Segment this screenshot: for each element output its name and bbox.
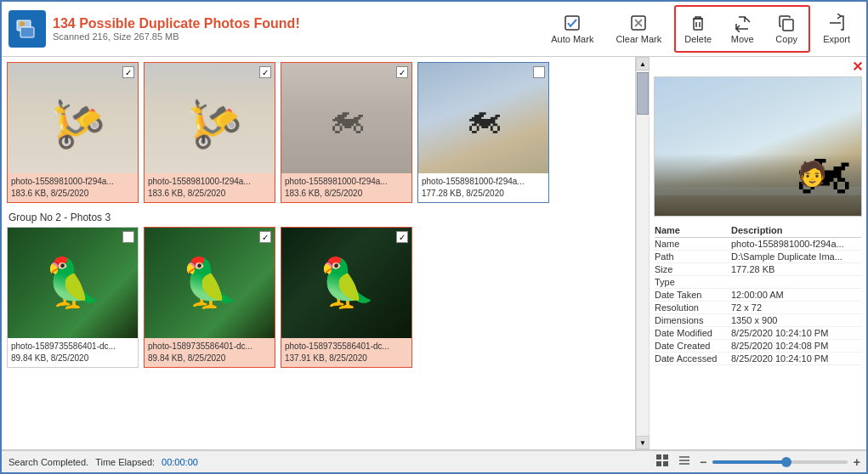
info-table: Name Description Name photo-1558981000-f… [650, 220, 866, 449]
info-row-type: Type [655, 276, 861, 289]
photo-checkbox[interactable]: ✓ [396, 231, 408, 243]
photo-panel: ✓ photo-1558981000-f294a... 183.6 KB, 8/… [2, 57, 636, 449]
photo-size: 183.6 KB, 8/25/2020 [148, 188, 271, 200]
info-row-name: Name photo-1558981000-f294a... [655, 238, 861, 251]
group-header: Group No 2 - Photos 3 [7, 208, 630, 227]
photo-info: photo-1589735586401-dc... 137.91 KB, 8/2… [281, 338, 411, 367]
photo-thumb [8, 228, 138, 338]
photo-name: photo-1558981000-f294a... [422, 176, 545, 188]
app-logo [9, 10, 46, 48]
photo-checkbox[interactable]: ✓ [396, 66, 408, 78]
svg-rect-14 [663, 454, 668, 460]
photo-info: photo-1589735586401-dc... 89.84 KB, 8/25… [145, 338, 275, 367]
photo-info: photo-1589735586401-dc... 89.84 KB, 8/25… [8, 338, 138, 367]
list-item[interactable]: photo-1558981000-f294a... 177.28 KB, 8/2… [417, 62, 549, 203]
preview-controls: − + [650, 450, 866, 472]
info-row-datecreated: Date Created 8/25/2020 10:24:08 PM [655, 340, 861, 353]
scroll-down-button[interactable]: ▼ [636, 436, 650, 449]
elapsed-label: Time Elapsed: [95, 457, 155, 467]
list-item[interactable]: ✓ photo-1558981000-f294a... 183.6 KB, 8/… [144, 62, 275, 203]
zoom-slider[interactable] [712, 460, 848, 464]
photo-thumb: ✓ [145, 63, 275, 173]
clearmark-button[interactable]: Clear Mark [606, 7, 671, 51]
status-bar: Search Completed. Time Elapsed: 00:00:00 [2, 450, 650, 472]
elapsed-value: 00:00:00 [162, 457, 198, 467]
status-text: Search Completed. [9, 457, 88, 467]
photo-thumb [418, 63, 548, 173]
info-row-size: Size 177.28 KB [655, 263, 861, 276]
photo-checkbox[interactable]: ✓ [122, 66, 134, 78]
svg-rect-4 [565, 16, 579, 30]
export-button[interactable]: Export [814, 7, 859, 51]
photo-name: photo-1558981000-f294a... [11, 176, 134, 188]
delete-button[interactable]: Delete [676, 7, 720, 51]
thumbnail-view-button[interactable] [653, 453, 672, 471]
header-title: 134 Possible Duplicate Photos Found! [53, 16, 535, 31]
photo-thumb: ✓ [8, 63, 138, 173]
svg-rect-13 [656, 454, 661, 460]
info-row-datetaken: Date Taken 12:00:00 AM [655, 289, 861, 302]
preview-image: 🏍 🧑 [654, 76, 862, 217]
svg-rect-11 [783, 20, 793, 31]
preview-rider-icon: 🧑 [797, 162, 827, 186]
photo-name: photo-1589735586401-dc... [148, 341, 271, 353]
header-subtitle: Scanned 216, Size 267.85 MB [53, 31, 535, 42]
photo-name: photo-1558981000-f294a... [148, 176, 271, 188]
svg-rect-15 [656, 461, 661, 466]
automark-button[interactable]: Auto Mark [542, 7, 603, 51]
photo-size: 183.6 KB, 8/25/2020 [11, 188, 134, 200]
photo-name: photo-1558981000-f294a... [285, 176, 408, 188]
photo-info: photo-1558981000-f294a... 177.28 KB, 8/2… [418, 173, 548, 202]
photo-size: 177.28 KB, 8/25/2020 [422, 188, 545, 200]
photo-name: photo-1589735586401-dc... [285, 341, 408, 353]
info-row-datemodified: Date Modified 8/25/2020 10:24:10 PM [655, 327, 861, 340]
photo-checkbox[interactable] [533, 66, 545, 78]
zoom-minus-button[interactable]: − [697, 454, 709, 470]
list-view-button[interactable] [675, 453, 694, 471]
info-row-dateaccessed: Date Accessed 8/25/2020 10:24:10 PM [655, 353, 861, 365]
toolbar: Auto Mark Clear Mark [542, 5, 859, 53]
info-row-resolution: Resolution 72 x 72 [655, 302, 861, 314]
photo-thumb: ✓ [145, 228, 275, 338]
photo-info: photo-1558981000-f294a... 183.6 KB, 8/25… [8, 173, 138, 202]
info-row-path: Path D:\Sample Duplicate Ima... [655, 251, 861, 263]
photo-checkbox[interactable]: ✓ [259, 231, 271, 243]
preview-close-bar: ✕ [650, 57, 866, 76]
highlighted-toolbar-group: Delete Move Copy [674, 5, 810, 53]
info-table-header: Name Description [655, 223, 861, 238]
photo-info: photo-1558981000-f294a... 183.6 KB, 8/25… [281, 173, 411, 202]
header-title-area: 134 Possible Duplicate Photos Found! Sca… [53, 16, 535, 42]
photo-size: 137.91 KB, 8/25/2020 [285, 353, 408, 364]
bottom-footer: Search Completed. Time Elapsed: 00:00:00 [2, 449, 866, 472]
photo-thumb: ✓ [281, 63, 411, 173]
scroll-up-button[interactable]: ▲ [636, 57, 650, 71]
photo-size: 183.6 KB, 8/25/2020 [285, 188, 408, 200]
photo-size: 89.84 KB, 8/25/2020 [11, 353, 134, 364]
main-content: ✓ photo-1558981000-f294a... 183.6 KB, 8/… [2, 57, 866, 449]
photo-info: photo-1558981000-f294a... 183.6 KB, 8/25… [145, 173, 275, 202]
svg-rect-2 [20, 27, 34, 37]
list-item[interactable]: photo-1589735586401-dc... 89.84 KB, 8/25… [7, 227, 139, 368]
photo-name: photo-1589735586401-dc... [11, 341, 134, 353]
scroll-thumb[interactable] [637, 72, 649, 115]
preview-close-button[interactable]: ✕ [852, 59, 863, 74]
photo-scroll-area[interactable]: ✓ photo-1558981000-f294a... 183.6 KB, 8/… [2, 57, 635, 449]
app-window: 134 Possible Duplicate Photos Found! Sca… [0, 0, 868, 474]
svg-rect-8 [694, 19, 702, 30]
photo-checkbox[interactable]: ✓ [259, 66, 271, 78]
list-item[interactable]: ✓ photo-1558981000-f294a... 183.6 KB, 8/… [281, 62, 412, 203]
list-item[interactable]: ✓ photo-1589735586401-dc... 137.91 KB, 8… [281, 227, 412, 368]
preview-panel: ✕ 🏍 🧑 Name Description Name photo-155898… [650, 57, 866, 449]
photo-group-1: ✓ photo-1558981000-f294a... 183.6 KB, 8/… [7, 62, 630, 203]
zoom-plus-button[interactable]: + [851, 454, 863, 470]
list-item[interactable]: ✓ photo-1589735586401-dc... 89.84 KB, 8/… [144, 227, 275, 368]
move-button[interactable]: Move [720, 7, 764, 51]
vertical-scrollbar[interactable]: ▲ ▼ [636, 57, 650, 449]
photo-size: 89.84 KB, 8/25/2020 [148, 353, 271, 364]
svg-point-3 [20, 21, 25, 26]
photo-checkbox[interactable] [122, 231, 134, 243]
photo-group-2: photo-1589735586401-dc... 89.84 KB, 8/25… [7, 227, 630, 368]
list-item[interactable]: ✓ photo-1558981000-f294a... 183.6 KB, 8/… [7, 62, 139, 203]
copy-button[interactable]: Copy [764, 7, 808, 51]
svg-rect-16 [663, 461, 668, 466]
